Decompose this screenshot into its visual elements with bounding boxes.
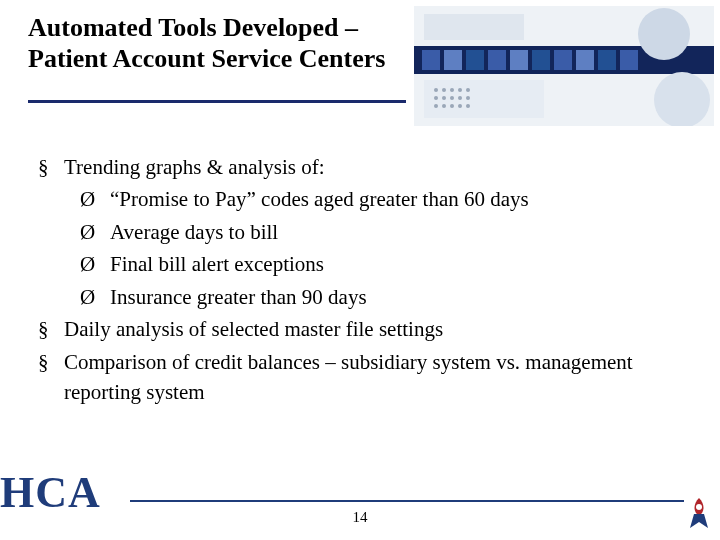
svg-rect-10 <box>598 50 616 70</box>
svg-point-17 <box>442 88 446 92</box>
svg-point-30 <box>466 104 470 108</box>
svg-point-24 <box>458 96 462 100</box>
footer-rule <box>130 500 684 502</box>
svg-point-22 <box>442 96 446 100</box>
bullet-text: Comparison of credit balances – subsidia… <box>64 350 633 404</box>
svg-rect-5 <box>488 50 506 70</box>
svg-point-21 <box>434 96 438 100</box>
bullet-text: Daily analysis of selected master file s… <box>64 317 443 341</box>
svg-point-27 <box>442 104 446 108</box>
svg-rect-2 <box>422 50 440 70</box>
svg-point-19 <box>458 88 462 92</box>
header-decorative-image <box>414 6 714 126</box>
svg-point-26 <box>434 104 438 108</box>
svg-point-18 <box>450 88 454 92</box>
svg-point-25 <box>466 96 470 100</box>
bullet-level1: Daily analysis of selected master file s… <box>38 314 678 344</box>
bullet-level2: “Promise to Pay” codes aged greater than… <box>38 184 678 214</box>
svg-point-20 <box>466 88 470 92</box>
bullet-text: Average days to bill <box>110 220 278 244</box>
slide: Automated Tools Developed – Patient Acco… <box>0 0 720 540</box>
svg-rect-7 <box>532 50 550 70</box>
bullet-text: Trending graphs & analysis of: <box>64 155 325 179</box>
svg-rect-15 <box>424 80 544 118</box>
svg-rect-4 <box>466 50 484 70</box>
title-underline <box>28 100 406 103</box>
title-line-2: Patient Account Service Centers <box>28 44 385 73</box>
svg-rect-11 <box>620 50 638 70</box>
svg-rect-8 <box>554 50 572 70</box>
bullet-text: Final bill alert exceptions <box>110 252 324 276</box>
page-number: 14 <box>0 509 720 526</box>
svg-point-28 <box>450 104 454 108</box>
svg-rect-6 <box>510 50 528 70</box>
bullet-level2: Average days to bill <box>38 217 678 247</box>
bullet-text: “Promise to Pay” codes aged greater than… <box>110 187 529 211</box>
svg-rect-9 <box>576 50 594 70</box>
svg-rect-14 <box>424 14 524 40</box>
bullet-level2: Insurance greater than 90 days <box>38 282 678 312</box>
svg-point-23 <box>450 96 454 100</box>
bullet-level2: Final bill alert exceptions <box>38 249 678 279</box>
slide-body: Trending graphs & analysis of: “Promise … <box>38 152 678 410</box>
bullet-level1: Comparison of credit balances – subsidia… <box>38 347 678 408</box>
svg-point-16 <box>434 88 438 92</box>
svg-rect-3 <box>444 50 462 70</box>
svg-point-13 <box>654 72 710 126</box>
title-line-1: Automated Tools Developed – <box>28 13 358 42</box>
svg-point-12 <box>638 8 690 60</box>
bullet-text: Insurance greater than 90 days <box>110 285 367 309</box>
slide-title: Automated Tools Developed – Patient Acco… <box>28 12 408 74</box>
svg-point-29 <box>458 104 462 108</box>
bullet-level1: Trending graphs & analysis of: <box>38 152 678 182</box>
